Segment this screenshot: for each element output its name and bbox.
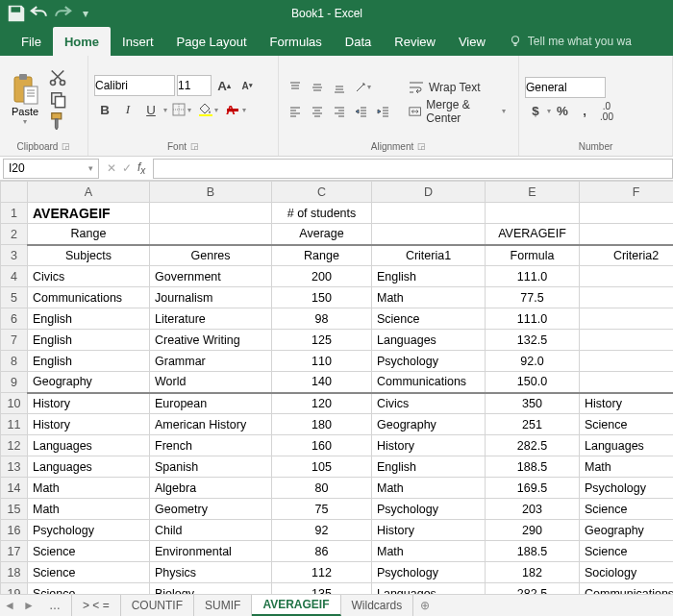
- cell[interactable]: 182: [486, 562, 580, 583]
- format-painter-icon[interactable]: [48, 111, 67, 130]
- formula-bar-input[interactable]: [153, 159, 673, 179]
- enter-formula-icon[interactable]: ✓: [122, 161, 132, 175]
- cell[interactable]: AVERAGEIF: [28, 203, 150, 224]
- col-header[interactable]: C: [272, 182, 372, 203]
- row-header[interactable]: 11: [1, 414, 28, 435]
- cell[interactable]: Average: [272, 224, 372, 245]
- bold-button[interactable]: B: [94, 99, 115, 120]
- col-header[interactable]: B: [150, 182, 272, 203]
- italic-button[interactable]: I: [117, 99, 138, 120]
- tab-file[interactable]: File: [10, 27, 53, 56]
- increase-decimal-icon[interactable]: .0.00: [596, 101, 617, 122]
- cell[interactable]: Math: [372, 478, 486, 499]
- cell[interactable]: Science: [28, 562, 150, 583]
- cell[interactable]: 112: [272, 562, 372, 583]
- align-bottom-icon[interactable]: [329, 77, 350, 98]
- percent-format-button[interactable]: %: [552, 101, 573, 122]
- cell[interactable]: 150: [272, 287, 372, 308]
- tab-page-layout[interactable]: Page Layout: [165, 27, 259, 56]
- col-header[interactable]: A: [28, 182, 150, 203]
- cell[interactable]: Journalism: [150, 287, 272, 308]
- spreadsheet-grid[interactable]: A B C D E F 1 AVERAGEIF # of students 2 …: [0, 181, 673, 594]
- cell[interactable]: 290: [486, 520, 580, 541]
- row-header[interactable]: 10: [1, 393, 28, 414]
- cell[interactable]: Geography: [580, 520, 674, 541]
- cell[interactable]: Languages: [372, 330, 486, 351]
- align-right-icon[interactable]: [329, 101, 350, 122]
- row-header[interactable]: 19: [1, 583, 28, 595]
- cell[interactable]: 350: [486, 393, 580, 414]
- tab-formulas[interactable]: Formulas: [259, 27, 334, 56]
- row-header[interactable]: 18: [1, 562, 28, 583]
- row-header[interactable]: 8: [1, 351, 28, 372]
- cell[interactable]: Subjects: [28, 245, 150, 266]
- cell[interactable]: World: [150, 372, 272, 393]
- cell[interactable]: 77.5: [486, 287, 580, 308]
- cell[interactable]: Physics: [150, 562, 272, 583]
- cell[interactable]: 111.0: [486, 266, 580, 287]
- decrease-indent-icon[interactable]: [351, 101, 372, 122]
- cell[interactable]: [580, 308, 674, 330]
- cell[interactable]: Child: [150, 520, 272, 541]
- row-header[interactable]: 3: [1, 245, 28, 266]
- cell[interactable]: Math: [372, 541, 486, 562]
- cell[interactable]: Languages: [28, 435, 150, 456]
- row-header[interactable]: 4: [1, 266, 28, 287]
- cell[interactable]: Spanish: [150, 456, 272, 478]
- cell[interactable]: Psychology: [372, 351, 486, 372]
- qat-customize-icon[interactable]: ▾: [75, 3, 96, 24]
- cell[interactable]: 150.0: [486, 372, 580, 393]
- tab-review[interactable]: Review: [383, 27, 447, 56]
- cell[interactable]: Psychology: [372, 499, 486, 520]
- cell[interactable]: 98: [272, 308, 372, 330]
- row-header[interactable]: 9: [1, 372, 28, 393]
- row-header[interactable]: 6: [1, 308, 28, 330]
- increase-indent-icon[interactable]: [373, 101, 394, 122]
- cell[interactable]: Government: [150, 266, 272, 287]
- tab-home[interactable]: Home: [53, 27, 111, 56]
- cell[interactable]: 105: [272, 456, 372, 478]
- cell[interactable]: English: [372, 456, 486, 478]
- col-header[interactable]: F: [580, 182, 674, 203]
- cell[interactable]: Science: [580, 541, 674, 562]
- row-header[interactable]: 5: [1, 287, 28, 308]
- font-color-icon[interactable]: A▾: [223, 99, 249, 120]
- col-header[interactable]: E: [486, 182, 580, 203]
- cell[interactable]: 132.5: [486, 330, 580, 351]
- cell[interactable]: Science: [28, 583, 150, 595]
- cell[interactable]: Algebra: [150, 478, 272, 499]
- cell[interactable]: Math: [580, 456, 674, 478]
- sheet-tab-averageif[interactable]: AVERAGEIF: [252, 595, 340, 616]
- fill-color-icon[interactable]: ▾: [196, 99, 221, 120]
- cell[interactable]: [580, 224, 674, 245]
- cell[interactable]: English: [28, 330, 150, 351]
- cell[interactable]: Civics: [28, 266, 150, 287]
- cell[interactable]: 140: [272, 372, 372, 393]
- cell[interactable]: Psychology: [372, 562, 486, 583]
- cell[interactable]: Range: [28, 224, 150, 245]
- cell[interactable]: Communications: [372, 372, 486, 393]
- cell[interactable]: Literature: [150, 308, 272, 330]
- cell[interactable]: [486, 203, 580, 224]
- row-header[interactable]: 17: [1, 541, 28, 562]
- cell[interactable]: Science: [580, 499, 674, 520]
- paste-button[interactable]: Paste ▾: [6, 73, 44, 126]
- cell[interactable]: Geometry: [150, 499, 272, 520]
- cell[interactable]: Communications: [580, 583, 674, 595]
- cell[interactable]: English: [28, 351, 150, 372]
- decrease-font-icon[interactable]: A▾: [237, 75, 258, 96]
- align-middle-icon[interactable]: [307, 77, 328, 98]
- number-format-select[interactable]: [525, 77, 606, 98]
- cell[interactable]: Grammar: [150, 351, 272, 372]
- sheet-tab-more[interactable]: …: [38, 595, 72, 616]
- tab-insert[interactable]: Insert: [111, 27, 165, 56]
- tell-me-search[interactable]: Tell me what you wa: [497, 27, 632, 56]
- cell[interactable]: Languages: [28, 456, 150, 478]
- cell[interactable]: 169.5: [486, 478, 580, 499]
- cell[interactable]: English: [372, 266, 486, 287]
- cell[interactable]: AVERAGEIF: [486, 224, 580, 245]
- cell[interactable]: 111.0: [486, 308, 580, 330]
- cell[interactable]: Psychology: [28, 520, 150, 541]
- fx-icon[interactable]: fx: [137, 160, 145, 176]
- cell[interactable]: Genres: [150, 245, 272, 266]
